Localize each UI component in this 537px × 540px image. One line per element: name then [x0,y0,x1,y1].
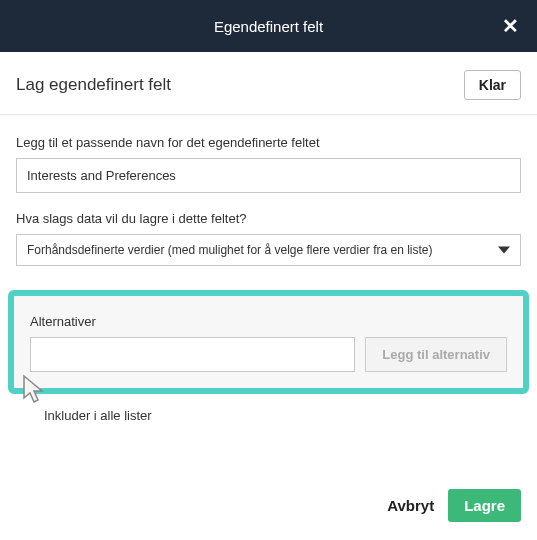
klar-button[interactable]: Klar [464,70,521,100]
modal-title: Egendefinert felt [214,18,323,35]
field-type-value: Forhåndsdefinerte verdier (med mulighet … [27,243,433,257]
form-body: Legg til et passende navn for det egende… [0,115,537,290]
add-alternative-button[interactable]: Legg til alternativ [365,337,507,372]
field-name-group: Legg til et passende navn for det egende… [16,135,521,193]
section-title: Lag egendefinert felt [16,75,171,95]
alternatives-label: Alternativer [30,314,507,329]
chevron-down-icon [498,247,510,254]
alternative-input[interactable] [30,337,355,372]
alternatives-row: Legg til alternativ [30,337,507,372]
cancel-button[interactable]: Avbryt [387,497,434,514]
section-header: Lag egendefinert felt Klar [0,52,537,115]
modal-header: Egendefinert felt ✕ [0,0,537,52]
field-type-label: Hva slags data vil du lagre i dette felt… [16,211,521,226]
include-all-lists-label: Inkluder i alle lister [44,408,152,423]
close-icon: ✕ [502,15,519,37]
field-name-label: Legg til et passende navn for det egende… [16,135,521,150]
include-all-lists-row: Inkluder i alle lister [0,394,537,423]
field-name-input[interactable] [16,158,521,193]
close-button[interactable]: ✕ [502,16,519,36]
save-button[interactable]: Lagre [448,489,521,522]
field-type-select[interactable]: Forhåndsdefinerte verdier (med mulighet … [16,234,521,266]
alternatives-box: Alternativer Legg til alternativ [8,290,529,394]
field-type-group: Hva slags data vil du lagre i dette felt… [16,211,521,266]
footer-actions: Avbryt Lagre [387,489,521,522]
